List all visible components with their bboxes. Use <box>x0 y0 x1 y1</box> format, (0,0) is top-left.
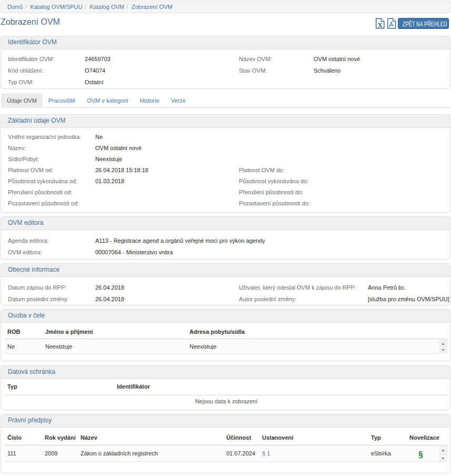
svg-text:X: X <box>378 22 383 29</box>
